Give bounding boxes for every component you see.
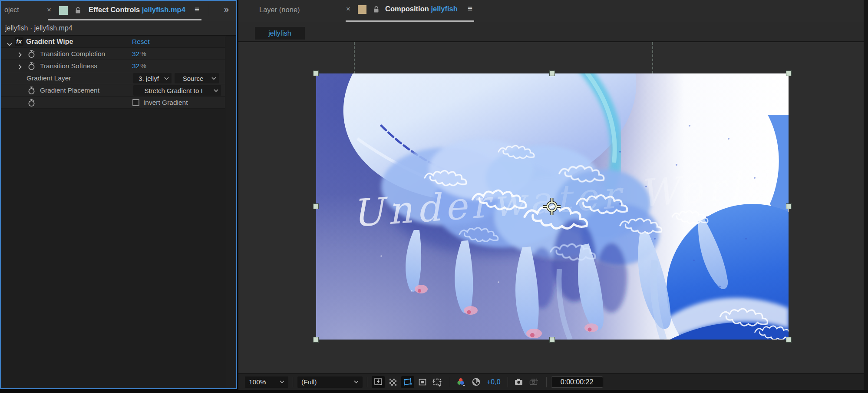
region-of-interest-icon[interactable] bbox=[416, 376, 429, 388]
viewer-tab-jellyfish[interactable]: jellyfish bbox=[255, 27, 305, 40]
selection-handle[interactable] bbox=[786, 337, 792, 343]
selection-handle[interactable] bbox=[786, 203, 792, 209]
panel-menu-icon[interactable]: ≡ bbox=[468, 4, 472, 13]
toolbar-separator bbox=[367, 377, 367, 387]
tab-composition[interactable]: Composition jellyfish bbox=[385, 5, 458, 13]
selection-handle[interactable] bbox=[549, 337, 555, 343]
param-row-transition-completion: Transition Completion 32% bbox=[1, 48, 226, 60]
param-label: Gradient Placement bbox=[40, 87, 99, 94]
param-label: Transition Completion bbox=[40, 50, 105, 58]
selection-handle[interactable] bbox=[549, 70, 555, 76]
effect-controls-tabbar: oject × Effect Controls jellyfish.mp4 ≡ … bbox=[1, 1, 236, 21]
panel-edge-strip bbox=[864, 0, 868, 393]
selection-handle[interactable] bbox=[313, 337, 319, 343]
invert-gradient-checkbox[interactable] bbox=[132, 99, 139, 106]
panel-color-swatch bbox=[358, 5, 366, 14]
active-tab-underline bbox=[48, 19, 201, 20]
lock-icon[interactable] bbox=[75, 7, 81, 16]
param-label: Gradient Layer bbox=[26, 74, 71, 82]
scrollbar-gutter[interactable] bbox=[225, 37, 236, 388]
after-effects-window: oject × Effect Controls jellyfish.mp4 ≡ … bbox=[0, 0, 868, 393]
param-row-transition-softness: Transition Softness 32% bbox=[1, 60, 226, 72]
exposure-offset-value[interactable]: +0,0 bbox=[487, 378, 501, 386]
resolution-dropdown[interactable]: (Full) bbox=[297, 376, 363, 388]
param-row-gradient-layer: Gradient Layer 3. jellyf Source bbox=[1, 72, 226, 84]
lock-icon[interactable] bbox=[373, 6, 380, 15]
gradient-layer-dropdown[interactable]: 3. jellyf bbox=[133, 73, 172, 83]
close-icon[interactable]: × bbox=[47, 6, 51, 14]
viewer-toolbar: 100% (Full) bbox=[238, 373, 864, 390]
fx-badge: fx bbox=[15, 37, 23, 46]
selection-handle[interactable] bbox=[313, 70, 319, 76]
panel-menu-icon[interactable]: ≡ bbox=[195, 5, 199, 14]
expand-icon[interactable] bbox=[18, 51, 22, 59]
gradient-placement-dropdown[interactable]: Stretch Gradient to I bbox=[133, 85, 221, 96]
tab-effect-controls[interactable]: Effect Controls jellyfish.mp4 bbox=[89, 6, 185, 14]
effect-header-row: fx Gradient Wipe Reset bbox=[1, 36, 226, 48]
toolbar-separator bbox=[293, 377, 293, 387]
effect-rows: fx Gradient Wipe Reset Transition Comple bbox=[1, 36, 226, 109]
guide-line[interactable] bbox=[652, 42, 653, 73]
channel-settings-icon[interactable] bbox=[455, 376, 468, 388]
current-time-display[interactable]: 0:00:00:22 bbox=[551, 376, 603, 388]
param-row-gradient-placement: Gradient Placement Stretch Gradient to I bbox=[1, 84, 226, 97]
fast-previews-icon[interactable] bbox=[372, 376, 385, 388]
close-icon[interactable]: × bbox=[346, 5, 350, 13]
expand-icon[interactable] bbox=[18, 63, 22, 71]
composition-tabbar: Layer (none) × Composition jellyfish ≡ bbox=[238, 0, 864, 22]
transparency-grid-icon[interactable] bbox=[386, 376, 399, 388]
param-label: Transition Softness bbox=[40, 62, 97, 70]
checkbox-label: Invert Gradient bbox=[143, 99, 188, 107]
layer-source-dropdown[interactable]: Source bbox=[175, 73, 219, 83]
reset-button[interactable]: Reset bbox=[132, 38, 150, 46]
effect-target-breadcrumb: jellyfish · jellyfish.mp4 bbox=[1, 21, 236, 36]
window-bottom-edge bbox=[0, 390, 868, 393]
exposure-icon[interactable] bbox=[469, 376, 482, 388]
mask-visibility-icon[interactable] bbox=[401, 376, 414, 388]
magnification-dropdown[interactable]: 100% bbox=[245, 376, 288, 388]
param-value[interactable]: 32% bbox=[132, 50, 146, 58]
show-snapshot-icon[interactable] bbox=[527, 376, 540, 388]
snapshot-icon[interactable] bbox=[512, 376, 525, 388]
active-tab-underline bbox=[346, 20, 474, 22]
selection-handle[interactable] bbox=[313, 203, 319, 209]
toolbar-separator bbox=[450, 377, 450, 387]
param-value[interactable]: 32% bbox=[132, 62, 146, 70]
tab-layer[interactable]: Layer (none) bbox=[259, 6, 300, 14]
jellyfish-artwork: Underwater World bbox=[316, 73, 789, 340]
selection-handle[interactable] bbox=[786, 70, 792, 76]
composition-viewer: Underwater World bbox=[238, 41, 864, 373]
composition-canvas[interactable]: Underwater World bbox=[316, 73, 789, 340]
composition-panel: Layer (none) × Composition jellyfish ≡ j… bbox=[238, 0, 864, 390]
tabbar-separator bbox=[209, 4, 209, 16]
toolbar-separator bbox=[546, 377, 547, 387]
effect-name: Gradient Wipe bbox=[26, 38, 73, 46]
param-row-invert-gradient: Invert Gradient bbox=[1, 97, 226, 109]
grid-guides-icon[interactable] bbox=[431, 376, 444, 388]
effect-controls-panel: oject × Effect Controls jellyfish.mp4 ≡ … bbox=[0, 0, 237, 389]
toolbar-separator bbox=[508, 377, 508, 387]
guide-line[interactable] bbox=[354, 42, 355, 73]
stopwatch-icon[interactable] bbox=[28, 87, 35, 97]
panel-color-swatch bbox=[59, 6, 68, 15]
overflow-panels-icon[interactable]: » bbox=[224, 4, 228, 14]
stopwatch-icon[interactable] bbox=[28, 62, 35, 72]
stopwatch-icon[interactable] bbox=[28, 50, 35, 60]
project-tab-partial[interactable]: oject bbox=[4, 6, 19, 14]
twirl-down-icon[interactable] bbox=[7, 40, 12, 48]
stopwatch-icon[interactable] bbox=[28, 99, 35, 109]
